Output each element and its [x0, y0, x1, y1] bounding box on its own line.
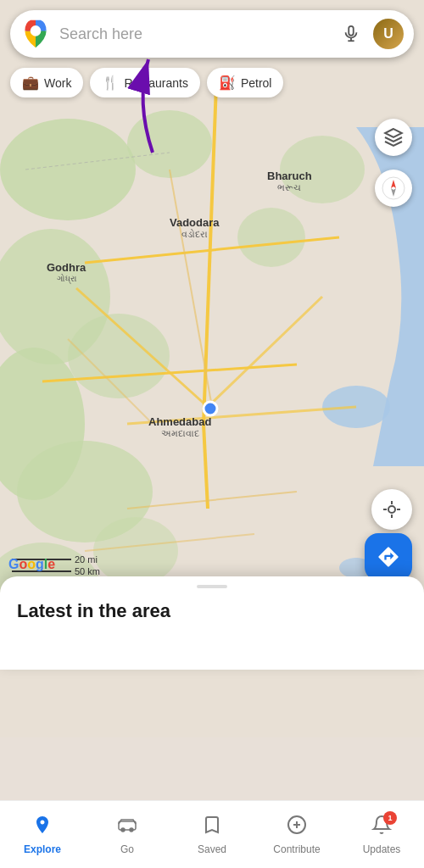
- nav-item-saved[interactable]: Saved: [170, 815, 254, 855]
- avatar[interactable]: U: [373, 19, 404, 49]
- nav-label-explore: Explore: [24, 843, 61, 855]
- nav-label-go: Go: [120, 843, 134, 855]
- go-icon: [117, 815, 137, 840]
- svg-point-9: [93, 517, 178, 585]
- svg-point-1: [0, 119, 136, 220]
- svg-point-44: [121, 828, 125, 832]
- svg-point-45: [130, 828, 133, 832]
- petrol-icon: ⛽: [219, 75, 236, 91]
- nav-label-saved: Saved: [198, 843, 226, 855]
- compass-button[interactable]: [375, 170, 412, 207]
- scale-label-mi: 20 mi: [75, 554, 98, 565]
- pill-petrol-label: Petrol: [241, 76, 272, 90]
- pill-work[interactable]: 💼 Work: [10, 68, 83, 97]
- pill-restaurants[interactable]: 🍴 Restaurants: [90, 68, 199, 97]
- svg-rect-30: [349, 26, 354, 36]
- google-wordmark: Google: [8, 557, 55, 572]
- restaurant-icon: 🍴: [102, 75, 119, 91]
- search-bar[interactable]: Search here U: [10, 10, 414, 58]
- bottom-sheet-title: Latest in the area: [0, 588, 424, 631]
- updates-icon: 1: [371, 815, 392, 840]
- pill-work-label: Work: [44, 76, 71, 90]
- svg-point-26: [204, 402, 217, 415]
- map-layers-button[interactable]: [375, 119, 412, 156]
- nav-item-go[interactable]: Go: [85, 815, 170, 855]
- pill-restaurants-label: Restaurants: [124, 76, 187, 90]
- svg-marker-34: [385, 129, 402, 137]
- svg-point-6: [237, 208, 305, 267]
- search-placeholder: Search here: [59, 25, 336, 43]
- bottom-nav: Explore Go Saved: [0, 800, 424, 868]
- work-icon: 💼: [22, 75, 39, 91]
- nav-label-contribute: Contribute: [273, 843, 320, 855]
- explore-icon: [32, 815, 53, 840]
- location-button[interactable]: [371, 489, 412, 530]
- avatar-image: U: [373, 19, 404, 49]
- google-maps-logo-icon: [20, 19, 51, 49]
- quick-pills: 💼 Work 🍴 Restaurants ⛽ Petrol: [10, 68, 414, 97]
- updates-badge: 1: [383, 811, 397, 825]
- svg-point-10: [280, 136, 365, 203]
- saved-icon: [202, 815, 222, 840]
- nav-label-updates: Updates: [363, 843, 401, 855]
- mic-icon[interactable]: [336, 19, 366, 49]
- directions-fab[interactable]: [365, 533, 412, 581]
- map-area[interactable]: Ahmedabad અમદાવાદ Vadodara વડોદરા Bharuc…: [0, 0, 424, 737]
- nav-item-explore[interactable]: Explore: [0, 815, 85, 855]
- bottom-sheet: Latest in the area: [0, 576, 424, 670]
- contribute-icon: [287, 815, 307, 840]
- svg-point-5: [127, 110, 212, 178]
- svg-point-38: [388, 506, 395, 513]
- nav-item-contribute[interactable]: Contribute: [254, 815, 339, 855]
- nav-item-updates[interactable]: 1 Updates: [339, 815, 424, 855]
- pill-petrol[interactable]: ⛽ Petrol: [207, 68, 284, 97]
- scale-label-km: 50 km: [75, 566, 100, 576]
- svg-point-29: [31, 25, 42, 36]
